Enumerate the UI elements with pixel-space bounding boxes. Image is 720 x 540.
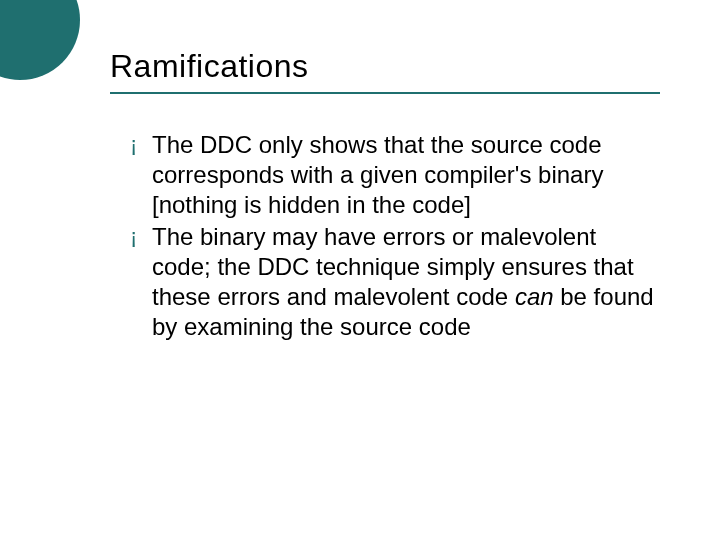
bullet-text: The binary may have errors or malevolent… [152,222,660,342]
title-area: Ramifications [110,48,660,91]
corner-circle-decoration [0,0,80,80]
bullet-text-before: The DDC only shows that the source code … [152,131,603,218]
slide-body: ¡ The DDC only shows that the source cod… [130,130,660,344]
bullet-item: ¡ The DDC only shows that the source cod… [130,130,660,220]
bullet-icon: ¡ [130,222,148,252]
bullet-item: ¡ The binary may have errors or malevole… [130,222,660,342]
slide-title: Ramifications [110,48,660,91]
title-underline [110,92,660,94]
bullet-text: The DDC only shows that the source code … [152,130,660,220]
bullet-text-italic: can [515,283,554,310]
bullet-icon: ¡ [130,130,148,160]
slide: Ramifications ¡ The DDC only shows that … [0,0,720,540]
